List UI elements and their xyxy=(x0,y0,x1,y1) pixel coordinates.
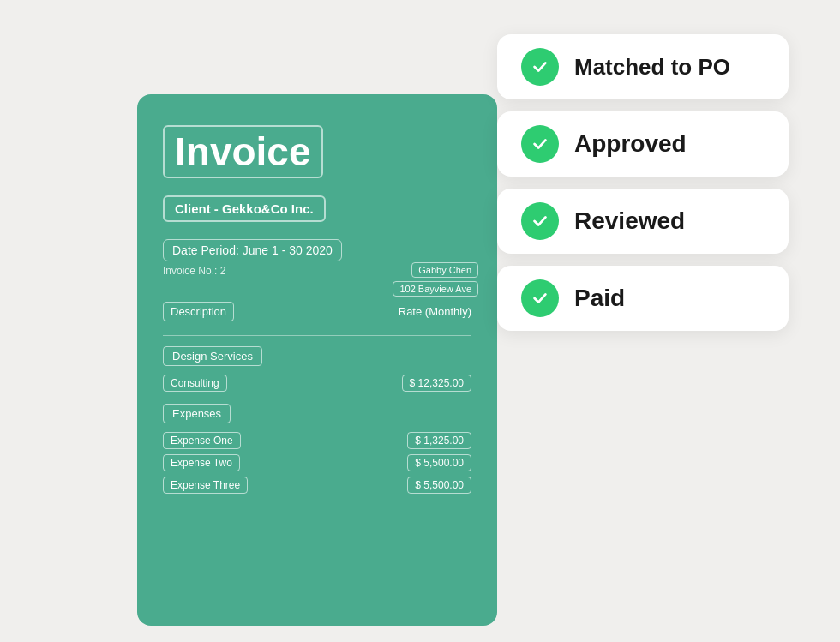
status-card-reviewed: Reviewed xyxy=(497,189,789,254)
section-expenses: Expenses Expense One $ 1,325.00 Expense … xyxy=(163,404,471,494)
divider-mid xyxy=(163,335,471,336)
expense-two-value: $ 5,500.00 xyxy=(407,454,471,471)
recipient-name: Gabby Chen xyxy=(411,262,478,278)
expense-three-label: Expense Three xyxy=(163,477,248,494)
col-description: Description xyxy=(163,302,234,321)
consulting-value: $ 12,325.00 xyxy=(402,375,471,392)
check-icon-matched xyxy=(521,48,559,86)
expense-two-label: Expense Two xyxy=(163,454,240,471)
section-label-expenses: Expenses xyxy=(163,404,231,423)
status-card-paid: Paid xyxy=(497,266,789,331)
invoice-date-period: Date Period: June 1 - 30 2020 xyxy=(163,239,342,261)
section-label-design: Design Services xyxy=(163,346,262,366)
table-header: Description Rate (Monthly) xyxy=(163,302,471,321)
invoice-card: Invoice Client - Gekko&Co Inc. Date Peri… xyxy=(137,94,497,626)
status-label-reviewed: Reviewed xyxy=(574,207,685,235)
invoice-address-block: Gabby Chen 102 Bayview Ave xyxy=(393,261,478,299)
consulting-label: Consulting xyxy=(163,375,227,392)
check-icon-paid xyxy=(521,279,559,317)
status-label-approved: Approved xyxy=(574,130,687,158)
status-cards: Matched to PO Approved Reviewed xyxy=(497,34,789,331)
expense-three-value: $ 5,500.00 xyxy=(407,477,471,494)
expense-one-label: Expense One xyxy=(163,432,241,449)
check-icon-approved xyxy=(521,125,559,163)
status-card-matched: Matched to PO xyxy=(497,34,789,99)
expense-one-row: Expense One $ 1,325.00 xyxy=(163,432,471,449)
scene: Invoice Client - Gekko&Co Inc. Date Peri… xyxy=(0,0,840,642)
consulting-row: Consulting $ 12,325.00 xyxy=(163,375,471,392)
section-design-services: Design Services Consulting $ 12,325.00 xyxy=(163,346,471,392)
expense-three-row: Expense Three $ 5,500.00 xyxy=(163,477,471,494)
status-label-matched: Matched to PO xyxy=(574,54,730,81)
col-rate: Rate (Monthly) xyxy=(399,305,471,318)
status-card-approved: Approved xyxy=(497,111,789,177)
expense-two-row: Expense Two $ 5,500.00 xyxy=(163,454,471,471)
invoice-title: Invoice xyxy=(163,125,323,178)
invoice-client: Client - Gekko&Co Inc. xyxy=(163,195,326,222)
status-label-paid: Paid xyxy=(574,285,625,312)
check-icon-reviewed xyxy=(521,202,559,240)
recipient-address: 102 Bayview Ave xyxy=(393,281,478,297)
expense-one-value: $ 1,325.00 xyxy=(407,432,471,449)
